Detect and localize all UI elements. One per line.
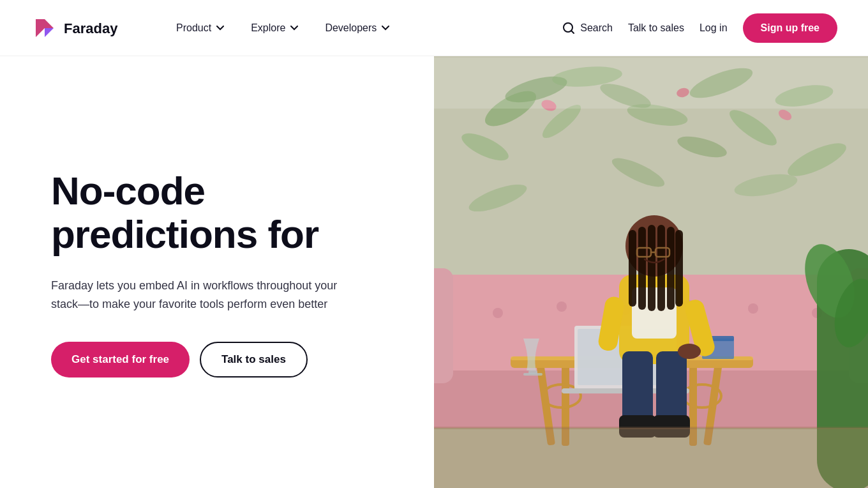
svg-text:Faraday: Faraday bbox=[64, 20, 118, 36]
hero-title: No-code predictions for bbox=[51, 169, 383, 256]
hero-content: No-code predictions for Faraday lets you… bbox=[0, 56, 434, 488]
hero-scene bbox=[434, 56, 868, 488]
cta-secondary-button[interactable]: Talk to sales bbox=[200, 342, 308, 377]
nav-right: Search Talk to sales Log in Sign up free bbox=[562, 13, 837, 43]
hero-image bbox=[434, 56, 868, 488]
nav-item-developers[interactable]: Developers bbox=[315, 17, 401, 39]
svg-rect-65 bbox=[523, 373, 542, 376]
svg-rect-57 bbox=[675, 230, 683, 307]
svg-rect-52 bbox=[629, 230, 636, 307]
login-link[interactable]: Log in bbox=[700, 22, 728, 34]
chevron-down-icon-developers bbox=[380, 23, 391, 33]
nav-label-developers: Developers bbox=[325, 22, 377, 34]
svg-rect-56 bbox=[667, 227, 675, 310]
logo-link[interactable]: Faraday bbox=[31, 14, 140, 42]
chevron-down-icon-explore bbox=[289, 23, 299, 33]
svg-rect-71 bbox=[434, 57, 868, 109]
search-button[interactable]: Search bbox=[562, 22, 613, 34]
search-label: Search bbox=[580, 22, 613, 34]
nav-item-explore[interactable]: Explore bbox=[241, 17, 310, 39]
hero-buttons: Get started for free Talk to sales bbox=[51, 342, 383, 377]
svg-point-23 bbox=[493, 308, 503, 318]
talk-to-sales-link[interactable]: Talk to sales bbox=[628, 22, 684, 34]
svg-rect-69 bbox=[434, 428, 868, 488]
svg-rect-55 bbox=[657, 225, 665, 311]
signup-button[interactable]: Sign up free bbox=[743, 13, 837, 43]
svg-rect-70 bbox=[434, 427, 868, 429]
svg-point-63 bbox=[678, 344, 701, 359]
svg-point-27 bbox=[748, 303, 758, 314]
svg-rect-53 bbox=[638, 227, 646, 310]
hero-section: No-code predictions for Faraday lets you… bbox=[0, 56, 868, 488]
search-icon bbox=[562, 22, 575, 34]
nav-item-product[interactable]: Product bbox=[166, 17, 236, 39]
hero-subtitle: Faraday lets you embed AI in workflows t… bbox=[51, 277, 357, 314]
nav-label-explore: Explore bbox=[251, 22, 285, 34]
svg-point-24 bbox=[557, 301, 567, 312]
hero-illustration bbox=[434, 56, 868, 488]
svg-rect-54 bbox=[648, 225, 655, 311]
nav-label-product: Product bbox=[176, 22, 211, 34]
navbar: Faraday Product Explore Developers bbox=[0, 0, 868, 56]
chevron-down-icon bbox=[215, 23, 225, 33]
faraday-wordmark: Faraday bbox=[64, 18, 140, 38]
faraday-logo-icon bbox=[31, 14, 59, 42]
nav-left: Product Explore Developers bbox=[166, 17, 562, 39]
svg-rect-30 bbox=[434, 268, 453, 383]
cta-primary-button[interactable]: Get started for free bbox=[51, 342, 190, 377]
